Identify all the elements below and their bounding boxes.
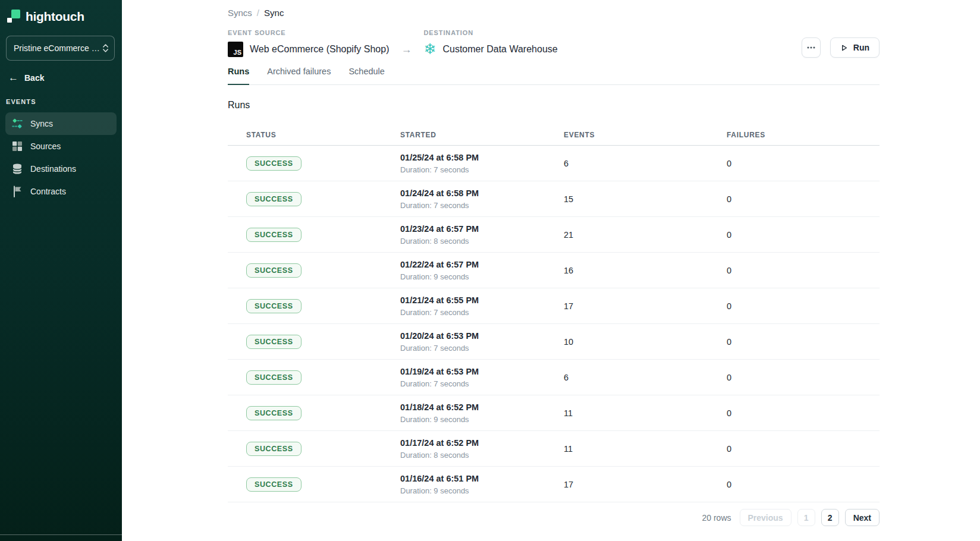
- run-date: 01/25/24 at 6:58 PM: [400, 153, 564, 162]
- status-badge: SUCCESS: [246, 335, 301, 349]
- breadcrumb-syncs-link[interactable]: Syncs: [228, 8, 252, 18]
- events-count: 6: [564, 159, 727, 168]
- page-2-button[interactable]: 2: [821, 509, 839, 526]
- events-count: 16: [564, 266, 727, 275]
- table-row[interactable]: SUCCESS 01/22/24 at 6:57 PM Duration: 9 …: [228, 253, 880, 288]
- sidebar-item-label: Contracts: [30, 187, 66, 196]
- main-content: Syncs / Sync EVENT SOURCE JS Web eCommer…: [122, 0, 980, 541]
- table-row[interactable]: SUCCESS 01/21/24 at 6:55 PM Duration: 7 …: [228, 288, 880, 324]
- table-row[interactable]: SUCCESS 01/20/24 at 6:53 PM Duration: 7 …: [228, 324, 880, 360]
- column-header-status: STATUS: [246, 131, 400, 139]
- play-icon: [840, 44, 848, 52]
- tab-archived-failures[interactable]: Archived failures: [267, 67, 331, 85]
- run-duration: Duration: 8 seconds: [400, 237, 564, 246]
- sidebar-item-contracts[interactable]: Contracts: [5, 180, 117, 203]
- workspace-selector[interactable]: Pristine eCommerce De…: [6, 36, 115, 61]
- failures-count: 0: [727, 159, 880, 168]
- failures-count: 0: [727, 194, 880, 204]
- events-count: 15: [564, 194, 727, 204]
- failures-count: 0: [727, 444, 880, 454]
- tab-runs[interactable]: Runs: [228, 67, 249, 85]
- failures-count: 0: [727, 408, 880, 418]
- destination-label: DESTINATION: [423, 29, 557, 36]
- sidebar-item-label: Syncs: [30, 119, 53, 128]
- run-duration: Duration: 7 seconds: [400, 165, 564, 174]
- table-row[interactable]: SUCCESS 01/18/24 at 6:52 PM Duration: 9 …: [228, 395, 880, 431]
- events-count: 6: [564, 373, 727, 382]
- more-options-button[interactable]: [802, 37, 821, 58]
- run-date: 01/22/24 at 6:57 PM: [400, 260, 564, 269]
- tab-schedule[interactable]: Schedule: [348, 67, 384, 85]
- next-page-button[interactable]: Next: [845, 509, 880, 526]
- run-duration: Duration: 9 seconds: [400, 486, 564, 495]
- tab-bar: Runs Archived failures Schedule: [228, 67, 880, 85]
- failures-count: 0: [727, 230, 880, 240]
- table-body: SUCCESS 01/25/24 at 6:58 PM Duration: 7 …: [228, 146, 880, 502]
- status-badge: SUCCESS: [246, 370, 301, 385]
- status-badge: SUCCESS: [246, 156, 301, 171]
- hightouch-logo: hightouch: [0, 0, 122, 24]
- chevron-updown-icon: [103, 44, 108, 52]
- contracts-icon: [11, 185, 23, 197]
- pagination: 20 rows Previous 1 2 Next: [228, 509, 880, 526]
- run-date: 01/17/24 at 6:52 PM: [400, 438, 564, 448]
- column-header-failures: FAILURES: [727, 131, 880, 139]
- event-source-name[interactable]: Web eCommerce (Shopify Shop): [250, 44, 389, 55]
- run-duration: Duration: 7 seconds: [400, 344, 564, 353]
- sidebar-item-syncs[interactable]: Syncs: [5, 112, 117, 135]
- run-button-label: Run: [853, 43, 869, 52]
- table-row[interactable]: SUCCESS 01/24/24 at 6:58 PM Duration: 7 …: [228, 181, 880, 217]
- events-count: 17: [564, 301, 727, 311]
- table-row[interactable]: SUCCESS 01/19/24 at 6:53 PM Duration: 7 …: [228, 360, 880, 395]
- run-date: 01/21/24 at 6:55 PM: [400, 295, 564, 305]
- breadcrumb-separator: /: [257, 8, 259, 18]
- row-count-label: 20 rows: [702, 513, 731, 523]
- run-duration: Duration: 7 seconds: [400, 379, 564, 388]
- table-row[interactable]: SUCCESS 01/16/24 at 6:51 PM Duration: 9 …: [228, 467, 880, 502]
- column-header-events: EVENTS: [564, 131, 727, 139]
- status-badge: SUCCESS: [246, 299, 301, 313]
- status-badge: SUCCESS: [246, 192, 301, 206]
- sidebar-footer-divider: [0, 534, 122, 535]
- event-source-label: EVENT SOURCE: [228, 29, 389, 36]
- syncs-icon: [11, 118, 23, 130]
- run-duration: Duration: 7 seconds: [400, 201, 564, 210]
- failures-count: 0: [727, 480, 880, 489]
- run-button[interactable]: Run: [830, 37, 880, 58]
- destination-name[interactable]: Customer Data Warehouse: [442, 44, 557, 55]
- back-button[interactable]: ← Back: [8, 73, 122, 83]
- run-duration: Duration: 9 seconds: [400, 272, 564, 281]
- sidebar: hightouch Pristine eCommerce De… ← Back …: [0, 0, 122, 541]
- back-label: Back: [24, 73, 44, 83]
- arrow-right-icon: →: [401, 43, 412, 57]
- ellipsis-icon: [807, 46, 815, 49]
- table-row[interactable]: SUCCESS 01/17/24 at 6:52 PM Duration: 8 …: [228, 431, 880, 467]
- javascript-source-icon: JS: [228, 42, 243, 57]
- events-section-label: EVENTS: [6, 98, 122, 105]
- events-count: 11: [564, 408, 727, 418]
- snowflake-destination-icon: ❄: [423, 42, 436, 56]
- events-count: 17: [564, 480, 727, 489]
- status-badge: SUCCESS: [246, 263, 301, 278]
- events-count: 10: [564, 337, 727, 347]
- page-1-button[interactable]: 1: [797, 509, 815, 526]
- sidebar-item-destinations[interactable]: Destinations: [5, 158, 117, 180]
- workspace-name: Pristine eCommerce De…: [14, 43, 103, 53]
- back-arrow-icon: ←: [8, 73, 18, 83]
- run-duration: Duration: 8 seconds: [400, 451, 564, 460]
- run-date: 01/19/24 at 6:53 PM: [400, 367, 564, 376]
- status-badge: SUCCESS: [246, 442, 301, 456]
- table-row[interactable]: SUCCESS 01/25/24 at 6:58 PM Duration: 7 …: [228, 146, 880, 181]
- logo-text: hightouch: [26, 10, 84, 24]
- breadcrumb-current: Sync: [264, 8, 284, 18]
- previous-page-button[interactable]: Previous: [740, 509, 791, 526]
- table-row[interactable]: SUCCESS 01/23/24 at 6:57 PM Duration: 8 …: [228, 217, 880, 253]
- run-date: 01/23/24 at 6:57 PM: [400, 224, 564, 234]
- event-source-block: EVENT SOURCE JS Web eCommerce (Shopify S…: [228, 29, 389, 57]
- status-badge: SUCCESS: [246, 477, 301, 492]
- hightouch-logo-icon: [7, 10, 20, 24]
- sidebar-item-label: Sources: [30, 141, 61, 151]
- failures-count: 0: [727, 301, 880, 311]
- sidebar-item-sources[interactable]: Sources: [5, 135, 117, 158]
- failures-count: 0: [727, 337, 880, 347]
